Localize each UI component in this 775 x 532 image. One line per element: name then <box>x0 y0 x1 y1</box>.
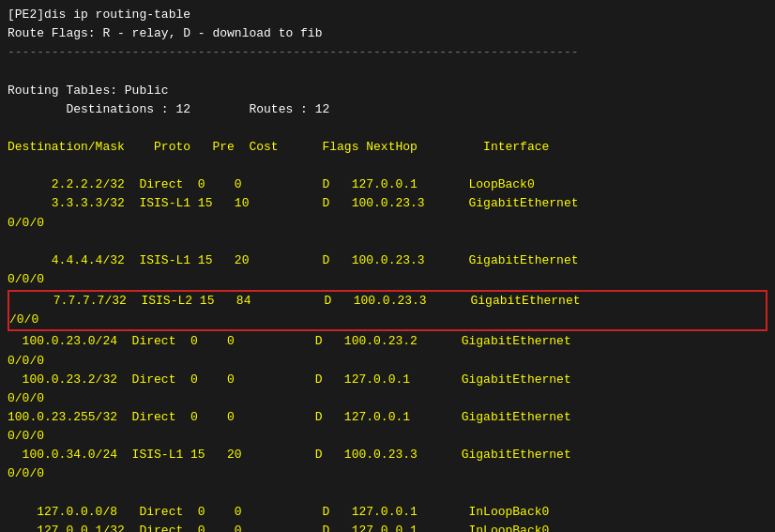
route-100023-0a: 100.0.23.0/24 Direct 0 0 D 100.0.23.2 Gi… <box>8 332 767 351</box>
route-100023-2b: 0/0/0 <box>8 389 767 408</box>
route-3333b: 0/0/0 <box>8 214 767 233</box>
route-100023-255b: 0/0/0 <box>8 427 767 446</box>
separator-line: ----------------------------------------… <box>8 43 767 62</box>
routing-tables-line: Routing Tables: Public <box>8 82 767 100</box>
table-header: Destination/Mask Proto Pre Cost Flags Ne… <box>8 138 767 157</box>
route-100023-255a: 100.0.23.255/32 Direct 0 0 D 127.0.0.1 G… <box>8 408 767 427</box>
route-3333a: 3.3.3.3/32 ISIS-L1 15 10 D 100.0.23.3 Gi… <box>8 194 767 213</box>
route-127-1: 127.0.0.1/32 Direct 0 0 D 127.0.0.1 InLo… <box>8 522 767 532</box>
command-line: [PE2]dis ip routing-table <box>8 6 767 24</box>
flags-desc-line: Route Flags: R - relay, D - download to … <box>8 24 767 43</box>
route-100023-2a: 100.0.23.2/32 Direct 0 0 D 127.0.0.1 Gig… <box>8 371 767 389</box>
highlighted-route-block: 7.7.7.7/32 ISIS-L2 15 84 D 100.0.23.3 Gi… <box>8 290 767 331</box>
blank5 <box>8 484 767 503</box>
terminal-window: [PE2]dis ip routing-table Route Flags: R… <box>0 0 775 532</box>
route-7777b: /0/0 <box>9 311 766 329</box>
blank4 <box>8 233 767 251</box>
route-100023-0b: 0/0/0 <box>8 352 767 371</box>
route-4444b: 0/0/0 <box>8 270 767 289</box>
route-100034b: 0/0/0 <box>8 464 767 483</box>
route-127-0: 127.0.0.0/8 Direct 0 0 D 127.0.0.1 InLoo… <box>8 503 767 522</box>
blank2 <box>8 119 767 138</box>
route-4444a: 4.4.4.4/32 ISIS-L1 15 20 D 100.0.23.3 Gi… <box>8 251 767 270</box>
route-100034a: 100.0.34.0/24 ISIS-L1 15 20 D 100.0.23.3… <box>8 446 767 464</box>
destinations-line: Destinations : 12 Routes : 12 <box>8 100 767 119</box>
blank <box>8 62 767 81</box>
blank3 <box>8 157 767 175</box>
route-7777a: 7.7.7.7/32 ISIS-L2 15 84 D 100.0.23.3 Gi… <box>9 292 766 311</box>
route-2222: 2.2.2.2/32 Direct 0 0 D 127.0.0.1 LoopBa… <box>8 175 767 194</box>
